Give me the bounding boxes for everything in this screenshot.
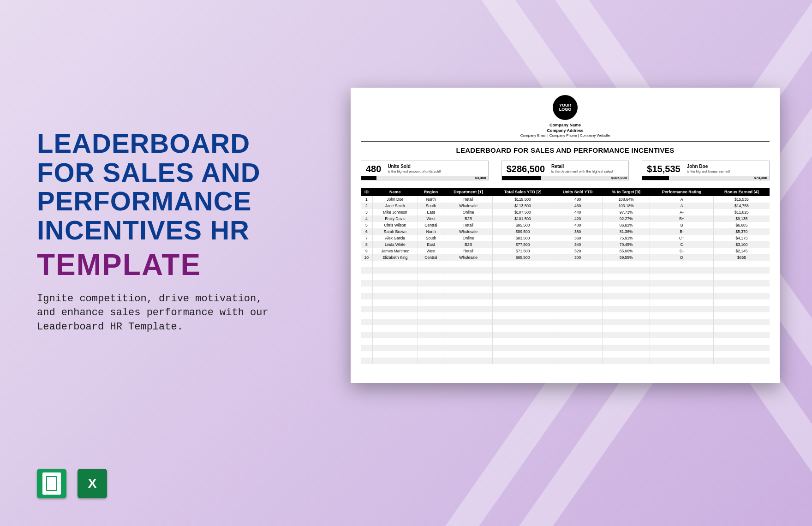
- table-row-empty: [361, 261, 770, 267]
- table-cell-empty: [444, 312, 492, 319]
- table-cell: B2B: [444, 241, 492, 248]
- table-cell: North: [418, 196, 444, 203]
- table-row: 2Jane SmithSouthWholesale$113,500460103.…: [361, 203, 770, 209]
- table-cell: B+: [650, 215, 714, 222]
- table-cell: 75.91%: [603, 235, 650, 241]
- table-cell: 360: [553, 235, 602, 241]
- col-header: ID: [361, 188, 372, 196]
- table-cell: 400: [553, 222, 602, 228]
- table-cell: 103.18%: [603, 203, 650, 209]
- table-cell: 86.82%: [603, 222, 650, 228]
- table-cell-empty: [650, 293, 714, 299]
- table-cell-empty: [603, 351, 650, 358]
- table-cell: 6: [361, 228, 372, 235]
- table-cell: Wholesale: [444, 254, 492, 261]
- table-row-empty: [361, 319, 770, 325]
- stat-max: $605,000: [611, 176, 627, 180]
- table-cell-empty: [713, 306, 770, 312]
- table-cell: $15,535: [713, 196, 770, 203]
- table-cell-empty: [603, 299, 650, 306]
- table-row-empty: [361, 358, 770, 364]
- table-cell: 97.73%: [603, 209, 650, 215]
- table-cell-empty: [361, 332, 372, 338]
- table-cell-empty: [361, 319, 372, 325]
- table-cell-empty: [418, 293, 444, 299]
- table-cell: South: [418, 203, 444, 209]
- table-cell-empty: [553, 332, 602, 338]
- table-cell-empty: [444, 299, 492, 306]
- table-cell-empty: [361, 267, 372, 274]
- table-cell-empty: [713, 280, 770, 287]
- table-cell: West: [418, 215, 444, 222]
- table-cell-empty: [372, 274, 418, 280]
- col-header: Units Sold YTD: [553, 188, 602, 196]
- table-cell-empty: [493, 358, 553, 364]
- table-cell-empty: [418, 325, 444, 332]
- table-cell: Central: [418, 254, 444, 261]
- stat-value: $15,535: [647, 164, 680, 174]
- stat-card-1: $286,500 Retail is the department with t…: [502, 161, 629, 180]
- table-cell: B: [650, 222, 714, 228]
- table-cell: South: [418, 235, 444, 241]
- table-cell-empty: [444, 293, 492, 299]
- table-cell: 1: [361, 196, 372, 203]
- company-info: Company Name Company Address Company Ema…: [361, 123, 770, 138]
- table-cell-empty: [603, 319, 650, 325]
- table-cell-empty: [713, 267, 770, 274]
- table-row-empty: [361, 306, 770, 312]
- table-cell: East: [418, 209, 444, 215]
- table-cell: Elizabeth King: [372, 254, 418, 261]
- table-cell-empty: [444, 338, 492, 345]
- table-cell-empty: [418, 299, 444, 306]
- table-cell-empty: [650, 332, 714, 338]
- promo-title-template: Template: [37, 248, 295, 282]
- table-cell-empty: [372, 299, 418, 306]
- table-cell: 7: [361, 235, 372, 241]
- table-cell: $5,370: [713, 228, 770, 235]
- table-cell: 92.27%: [603, 215, 650, 222]
- table-cell-empty: [650, 358, 714, 364]
- table-cell: $89,500: [493, 228, 553, 235]
- table-cell-empty: [650, 325, 714, 332]
- table-cell: 340: [553, 241, 602, 248]
- table-cell-empty: [650, 299, 714, 306]
- google-sheets-icon: [37, 469, 66, 498]
- table-cell-empty: [650, 338, 714, 345]
- table-cell: $11,825: [713, 209, 770, 215]
- logo-wrap: YOUR LOGO: [361, 95, 770, 120]
- table-cell-empty: [361, 299, 372, 306]
- table-cell-empty: [553, 267, 602, 274]
- table-row: 10Elizabeth KingCentralWholesale$65,5003…: [361, 254, 770, 261]
- promo-tagline: Ignite competition, drive motivation, an…: [37, 292, 277, 335]
- col-header: Bonus Earned [4]: [713, 188, 770, 196]
- stat-progress-bar: 21.17% $73,300: [642, 176, 769, 180]
- table-cell-empty: [650, 312, 714, 319]
- promo-title-line-1: Leaderboard: [37, 129, 295, 158]
- table-cell-empty: [553, 319, 602, 325]
- table-cell: $119,500: [493, 196, 553, 203]
- table-cell: C-: [650, 248, 714, 254]
- table-cell-empty: [361, 338, 372, 345]
- excel-letter: X: [88, 476, 97, 491]
- table-cell-empty: [650, 274, 714, 280]
- table-cell: Emily Davis: [372, 215, 418, 222]
- table-cell: 440: [553, 209, 602, 215]
- table-cell-empty: [603, 306, 650, 312]
- table-cell-empty: [553, 299, 602, 306]
- table-cell-empty: [361, 351, 372, 358]
- stat-pct: 12.21%: [363, 176, 376, 180]
- table-cell: 10: [361, 254, 372, 261]
- table-cell-empty: [603, 274, 650, 280]
- table-cell-empty: [493, 351, 553, 358]
- table-row: 1John DoeNorthRetail$119,500480108.64%A$…: [361, 196, 770, 203]
- promo-title-line-4: Incentives HR: [37, 216, 295, 245]
- table-cell-empty: [372, 338, 418, 345]
- table-cell-empty: [361, 261, 372, 267]
- table-cell-empty: [493, 293, 553, 299]
- table-cell: Linda White: [372, 241, 418, 248]
- table-cell-empty: [418, 267, 444, 274]
- col-header: Region: [418, 188, 444, 196]
- promo-text-block: Leaderboard for Sales and Performance In…: [37, 129, 295, 335]
- table-cell-empty: [713, 261, 770, 267]
- table-row-empty: [361, 351, 770, 358]
